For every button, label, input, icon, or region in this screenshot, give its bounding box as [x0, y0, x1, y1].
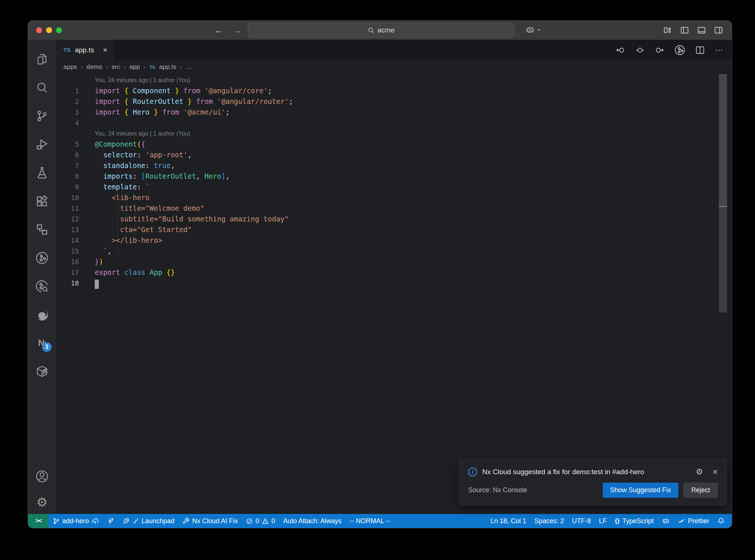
editor[interactable]: You, 24 minutes ago | 1 author (You)1imp… — [56, 74, 732, 514]
next-change-icon[interactable] — [655, 45, 664, 55]
line-number: 6 — [56, 150, 79, 160]
eol-status[interactable]: LF — [595, 514, 611, 528]
breadcrumb-separator-icon: › — [81, 63, 83, 71]
code-line[interactable]: subtitle="Build something amazing today" — [79, 214, 289, 224]
tab-app-ts[interactable]: TS app.ts × — [56, 40, 115, 60]
activity-source-control[interactable] — [32, 102, 52, 130]
scrollbar-slider[interactable] — [719, 74, 727, 206]
close-tab-icon[interactable]: × — [103, 45, 108, 55]
line-number: 14 — [56, 235, 79, 246]
copilot-status[interactable] — [658, 514, 674, 528]
cursor-position-status[interactable]: Ln 18, Col 1 — [487, 514, 530, 528]
cursor-position-label: Ln 18, Col 1 — [491, 517, 526, 525]
activity-extensions[interactable] — [32, 187, 52, 215]
org-chart-icon — [36, 223, 48, 236]
code-line[interactable]: }) — [79, 256, 103, 267]
code-line[interactable]: cta="Get Started" — [79, 224, 192, 235]
breadcrumb-item[interactable]: apps — [63, 63, 77, 71]
code-line[interactable]: export class App {} — [79, 267, 175, 278]
settings-gear-icon: ⚙ — [36, 495, 48, 510]
breadcrumb-item[interactable]: app — [129, 63, 140, 71]
code-line[interactable]: <lib-hero — [79, 192, 150, 203]
remote-window-indicator[interactable]: >< — [28, 514, 49, 528]
activity-nx-console[interactable]: N› 3 — [32, 329, 52, 357]
launchpad-status[interactable]: Launchpad — [118, 514, 178, 528]
line-number: 8 — [56, 171, 79, 182]
activity-run-debug[interactable] — [32, 130, 52, 158]
line-number: 9 — [56, 182, 79, 192]
activity-graph-search[interactable] — [32, 272, 52, 300]
encoding-status[interactable]: UTF-8 — [568, 514, 595, 528]
git-branch-status[interactable]: add-hero — [49, 514, 103, 528]
status-bar: >< add-hero Launchpad Nx Cloud AI Fix 0 … — [28, 514, 732, 528]
spaces-label: Spaces: 2 — [535, 517, 564, 525]
navigate-forward-button[interactable]: → — [233, 25, 241, 35]
commit-graph-status[interactable] — [103, 514, 118, 528]
code-line[interactable]: ></lib-hero> — [79, 235, 162, 246]
code-line[interactable]: title="Welcmoe demo" — [79, 203, 204, 214]
notification-settings-gear-icon[interactable]: ⚙ — [696, 466, 703, 477]
problems-status[interactable]: 0 0 — [242, 514, 279, 528]
language-status[interactable]: {} TypeScript — [611, 514, 658, 528]
code-line[interactable]: import { RouterOutlet } from '@angular/r… — [79, 96, 293, 107]
activity-org-chart[interactable] — [32, 215, 52, 244]
editor-cursor — [95, 280, 99, 289]
navigate-back-button[interactable]: ← — [214, 25, 223, 35]
code-line[interactable]: `, — [79, 246, 112, 256]
code-line[interactable]: @Component({ — [79, 139, 145, 150]
breadcrumb-separator-icon: › — [143, 63, 146, 71]
close-window-button[interactable] — [36, 27, 42, 33]
notifications-status[interactable] — [713, 514, 729, 528]
vim-mode-status[interactable]: -- NORMAL -- — [345, 514, 394, 528]
show-suggested-fix-button[interactable]: Show Suggested Fix — [603, 483, 678, 498]
code-line[interactable]: standalone: true, — [79, 160, 175, 171]
previous-change-icon[interactable] — [616, 45, 625, 55]
breadcrumb-item[interactable]: src — [112, 63, 120, 71]
tab-bar: TS app.ts × ⋯ — [56, 40, 732, 60]
vscode-window: ← → acme — [28, 21, 732, 528]
breadcrumb-symbol-placeholder[interactable]: … — [186, 63, 192, 71]
toggle-secondary-sidebar-icon[interactable] — [714, 26, 723, 35]
code-line[interactable]: import { Hero } from '@acme/ui'; — [79, 107, 230, 118]
activity-search[interactable] — [32, 73, 52, 102]
activity-testing[interactable] — [32, 158, 52, 187]
toggle-panel-icon[interactable] — [697, 26, 706, 35]
minimize-window-button[interactable] — [46, 27, 52, 33]
line-number: 5 — [56, 139, 79, 150]
graph-search-icon — [35, 280, 49, 293]
customize-layout-icon[interactable] — [663, 26, 672, 35]
formatter-status[interactable]: Prettier — [674, 514, 713, 528]
line-number: 11 — [56, 203, 79, 214]
breadcrumb-item[interactable]: demo — [87, 63, 102, 71]
code-line[interactable]: import { Component } from '@angular/core… — [79, 85, 272, 96]
code-line[interactable]: selector: 'app-root', — [79, 150, 192, 160]
code-line[interactable]: imports: [RouterOutlet, Hero], — [79, 171, 230, 182]
activity-explorer[interactable] — [32, 45, 52, 73]
code-line[interactable] — [79, 278, 99, 288]
breadcrumb-file[interactable]: app.ts — [159, 63, 176, 71]
current-change-icon[interactable] — [635, 45, 645, 55]
graph-circle-icon[interactable] — [674, 45, 685, 56]
command-center-search[interactable]: acme — [248, 23, 514, 38]
notification-close-icon[interactable]: × — [713, 466, 718, 477]
activity-container[interactable] — [32, 357, 52, 385]
bell-icon — [717, 517, 725, 525]
activity-edge-browser[interactable] — [32, 300, 52, 329]
code-line[interactable]: template: ` — [79, 182, 150, 192]
split-editor-icon[interactable] — [695, 45, 705, 55]
indentation-status[interactable]: Spaces: 2 — [530, 514, 568, 528]
reject-button[interactable]: Reject — [683, 483, 718, 498]
activity-project-graph[interactable] — [32, 244, 52, 272]
activity-settings[interactable]: ⚙ — [32, 490, 52, 514]
auto-attach-status[interactable]: Auto Attach: Always — [279, 514, 345, 528]
zoom-window-button[interactable] — [56, 27, 62, 33]
more-actions-icon[interactable]: ⋯ — [715, 45, 724, 55]
nx-cloud-fix-status[interactable]: Nx Cloud AI Fix — [178, 514, 242, 528]
code-line[interactable] — [79, 118, 95, 128]
line-number: 2 — [56, 96, 79, 107]
toggle-primary-sidebar-icon[interactable] — [680, 26, 689, 35]
activity-accounts[interactable] — [32, 462, 52, 490]
scrollbar-slider-lower[interactable] — [719, 207, 727, 312]
copilot-menu-button[interactable] — [525, 25, 542, 35]
language-label: TypeScript — [622, 517, 654, 525]
